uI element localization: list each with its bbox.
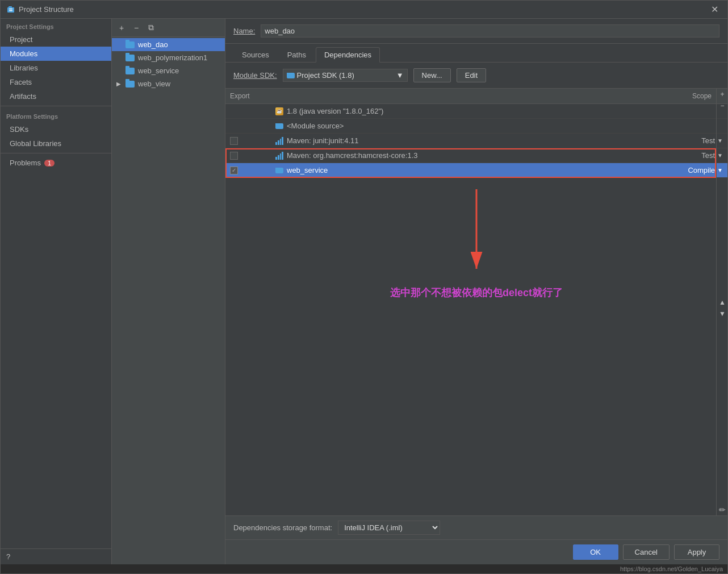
cancel-button[interactable]: Cancel xyxy=(623,544,670,560)
sidebar-spacer xyxy=(717,111,727,297)
sdk-row: Module SDK: Project SDK (1.8) ▼ New... E… xyxy=(225,63,727,89)
dep-table-sidebar: + − ▲ ▼ ✏ xyxy=(716,89,727,515)
name-row: Name: xyxy=(225,19,727,44)
sidebar-item-sdks[interactable]: SDKs xyxy=(1,122,111,136)
sidebar-divider-2 xyxy=(1,153,111,153)
module-toolbar: + − ⧉ xyxy=(112,19,225,37)
bottom-bar: Dependencies storage format: IntelliJ ID… xyxy=(225,515,727,564)
storage-row: Dependencies storage format: IntelliJ ID… xyxy=(225,516,727,539)
sidebar-divider xyxy=(1,106,111,106)
content-area: Project Settings Project Modules Librari… xyxy=(1,19,727,564)
folder-icon xyxy=(275,123,283,129)
folder-icon xyxy=(287,73,295,78)
sdk-label: Module SDK: xyxy=(233,71,277,80)
remove-dep-button[interactable]: − xyxy=(717,100,727,111)
hamcrest-export-checkbox[interactable] xyxy=(230,152,238,160)
module-item-web-view[interactable]: ▶ web_view xyxy=(112,77,225,90)
add-dep-button[interactable]: + xyxy=(717,89,727,100)
sidebar-item-project[interactable]: Project xyxy=(1,32,111,47)
help-icon: ? xyxy=(6,552,10,561)
module-list: web_dao web_polymerization1 web_service … xyxy=(112,37,225,564)
tabs-row: Sources Paths Dependencies xyxy=(225,44,727,63)
dep-row-hamcrest[interactable]: Maven: org.hamcrest:hamcrest-core:1.3 Te… xyxy=(225,148,727,163)
folder-icon xyxy=(125,81,135,88)
dep-name-hamcrest: Maven: org.hamcrest:hamcrest-core:1.3 xyxy=(271,149,659,161)
dep-row-web-service[interactable]: ✓ web_service Compile ▼ xyxy=(225,163,727,178)
dep-name-jdk: ☕ 1.8 (java version "1.8.0_162") xyxy=(271,105,659,117)
export-cell xyxy=(225,150,271,161)
name-input[interactable] xyxy=(261,24,719,38)
sidebar-item-problems[interactable]: Problems 1 xyxy=(1,156,111,170)
folder-icon xyxy=(125,55,135,61)
dep-row-module-source[interactable]: <Module source> xyxy=(225,119,727,134)
maven-icon xyxy=(275,137,283,145)
name-header xyxy=(271,91,648,101)
module-icon xyxy=(275,168,283,173)
add-module-button[interactable]: + xyxy=(115,22,128,34)
apply-button[interactable]: Apply xyxy=(674,544,719,560)
scope-header: Scope xyxy=(648,91,716,101)
module-item-web-dao[interactable]: web_dao xyxy=(112,38,225,51)
tab-dependencies[interactable]: Dependencies xyxy=(316,47,380,63)
platform-settings-label: Platform Settings xyxy=(1,109,111,122)
sidebar-spacer-2 xyxy=(717,319,727,505)
move-up-button[interactable]: ▲ xyxy=(717,297,727,308)
arrow-svg xyxy=(459,189,493,280)
module-item-web-service[interactable]: web_service xyxy=(112,64,225,77)
edit-dep-button[interactable]: ✏ xyxy=(717,504,727,515)
sidebar: Project Settings Project Modules Librari… xyxy=(1,19,112,564)
dep-table-header: Export Scope xyxy=(225,89,727,104)
move-down-button[interactable]: ▼ xyxy=(717,308,727,319)
sidebar-item-global-libraries[interactable]: Global Libraries xyxy=(1,136,111,151)
export-cell xyxy=(225,110,271,113)
new-sdk-button[interactable]: New... xyxy=(413,68,451,82)
export-cell xyxy=(225,135,271,147)
sidebar-item-modules[interactable]: Modules xyxy=(1,47,111,61)
storage-format-select[interactable]: IntelliJ IDEA (.iml) xyxy=(338,521,440,535)
dep-row-junit[interactable]: Maven: junit:junit:4.11 Test ▼ xyxy=(225,134,727,148)
sidebar-item-facets[interactable]: Facets xyxy=(1,75,111,89)
dep-name-junit: Maven: junit:junit:4.11 xyxy=(271,135,659,147)
project-structure-window: Project Structure ✕ Project Settings Pro… xyxy=(0,0,728,574)
folder-icon xyxy=(125,41,135,48)
window-title: Project Structure xyxy=(19,5,74,14)
dep-name-web-service: web_service xyxy=(271,164,659,176)
junit-export-checkbox[interactable] xyxy=(230,137,238,145)
chevron-down-icon: ▼ xyxy=(396,71,404,80)
copy-module-button[interactable]: ⧉ xyxy=(145,22,157,34)
svg-rect-2 xyxy=(9,9,12,10)
annotation-area: 选中那个不想被依赖的包delect就行了 xyxy=(225,178,727,405)
action-row: OK Cancel Apply xyxy=(225,539,727,564)
maven-icon xyxy=(275,152,283,160)
annotation-text: 选中那个不想被依赖的包delect就行了 xyxy=(390,286,563,300)
export-cell: ✓ xyxy=(225,165,271,176)
dep-name-module-source: <Module source> xyxy=(271,120,659,132)
arrow-annotation: 选中那个不想被依赖的包delect就行了 xyxy=(390,178,563,300)
name-label: Name: xyxy=(233,27,255,35)
problems-badge: 1 xyxy=(44,160,55,167)
edit-sdk-button[interactable]: Edit xyxy=(457,68,486,82)
dependencies-list: ☕ 1.8 (java version "1.8.0_162") <Module… xyxy=(225,104,727,515)
jdk-icon: ☕ xyxy=(275,107,283,115)
help-button[interactable]: ? xyxy=(1,548,111,564)
folder-icon xyxy=(125,68,135,74)
red-box-container: Maven: org.hamcrest:hamcrest-core:1.3 Te… xyxy=(225,148,727,178)
sidebar-item-libraries[interactable]: Libraries xyxy=(1,61,111,75)
dep-row-jdk[interactable]: ☕ 1.8 (java version "1.8.0_162") xyxy=(225,104,727,119)
remove-module-button[interactable]: − xyxy=(130,22,143,34)
module-item-web-polymerization1[interactable]: web_polymerization1 xyxy=(112,51,225,64)
svg-rect-1 xyxy=(9,6,12,8)
tab-paths[interactable]: Paths xyxy=(279,47,315,62)
url-bar: https://blog.csdn.net/Golden_Lucaiya xyxy=(1,564,727,573)
tab-sources[interactable]: Sources xyxy=(233,47,278,62)
sidebar-item-artifacts[interactable]: Artifacts xyxy=(1,89,111,103)
storage-label: Dependencies storage format: xyxy=(233,523,332,532)
dependencies-table-wrapper: Export Scope ☕ 1.8 (java version "1.8.0_… xyxy=(225,89,727,515)
module-panel: + − ⧉ web_dao web_polymerizati xyxy=(112,19,225,564)
close-button[interactable]: ✕ xyxy=(708,3,722,16)
web-service-export-checkbox[interactable]: ✓ xyxy=(230,167,238,174)
ok-button[interactable]: OK xyxy=(573,544,618,560)
export-header: Export xyxy=(225,91,271,101)
sdk-select[interactable]: Project SDK (1.8) ▼ xyxy=(283,69,408,82)
project-settings-label: Project Settings xyxy=(1,19,111,32)
